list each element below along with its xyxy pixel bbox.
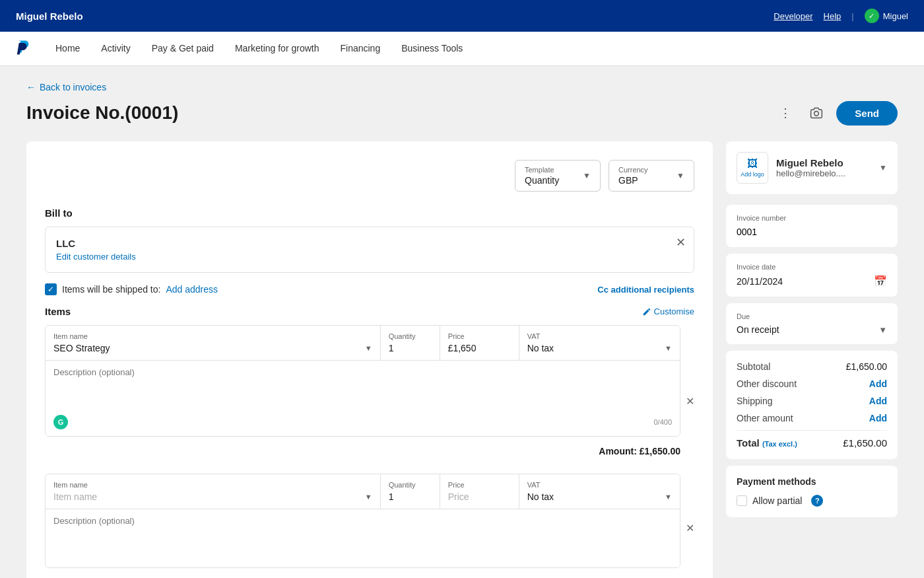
developer-link[interactable]: Developer [774,11,812,21]
item-1-remove-button[interactable]: ✕ [686,325,694,468]
item-1-vat-label: VAT [527,332,672,340]
item-1-qty-field[interactable]: Quantity 1 [381,326,440,360]
customer-name: LLC [56,238,683,249]
shipping-left: ✓ Items will be shipped to: Add address [45,283,218,295]
back-link[interactable]: ← Back to invoices [26,82,898,92]
user-menu[interactable]: ✓ Miguel [865,9,908,23]
item-1-description-area: G 0/400 [46,360,680,436]
bill-to-title: Bill to [45,207,694,219]
profile-dropdown-icon[interactable]: ▼ [879,163,887,172]
customise-button[interactable]: Customise [642,307,694,316]
payment-box: Payment methods Allow partial ? [726,466,898,517]
item-row-1: Item name SEO Strategy ▼ Quantity 1 [45,325,694,468]
template-select[interactable]: Template Quantity ▼ [515,160,601,192]
item-2-price-field[interactable]: Price Price [440,474,519,509]
item-1-price-field[interactable]: Price £1,650 [440,326,519,360]
currency-select[interactable]: Currency GBP ▼ [609,160,694,192]
invoice-number-input[interactable] [737,227,887,237]
item-2-vat-field[interactable]: VAT No tax ▼ [519,474,680,509]
item-1-top-row: Item name SEO Strategy ▼ Quantity 1 [46,326,680,360]
discount-row: Other discount Add [737,379,887,389]
nav-activity[interactable]: Activity [93,34,138,64]
item-1-container: Item name SEO Strategy ▼ Quantity 1 [45,325,680,437]
item-1-description-input[interactable] [53,367,672,410]
user-avatar-icon: ✓ [865,9,879,23]
profile-name: Miguel Rebelo [776,157,871,168]
currency-chevron-icon: ▼ [676,171,684,180]
grammarly-icon: G [53,415,68,429]
image-icon: 🖼 [747,158,758,170]
nav-financing[interactable]: Financing [332,34,388,64]
allow-partial-row: Allow partial ? [737,495,887,507]
item-1-name-field[interactable]: Item name SEO Strategy ▼ [46,326,381,360]
template-value: Quantity [525,175,559,186]
total-value: £1,650.00 [843,437,887,449]
item-row-2-fields: Item name Item name ▼ Quantity 1 [45,474,680,573]
total-row: Total (Tax excl.) £1,650.00 [737,430,887,449]
item-2-qty-label: Quantity [389,481,432,489]
more-options-button[interactable]: ⋮ [774,100,797,126]
template-chevron-icon: ▼ [583,171,591,180]
due-row: On receipt ▼ [737,324,887,335]
main-content: ← Back to invoices Invoice No.(0001) ⋮ S… [0,66,924,578]
allow-partial-info-icon[interactable]: ? [811,495,823,507]
allow-partial-checkbox[interactable] [737,495,747,506]
nav-business-tools[interactable]: Business Tools [393,34,471,64]
item-2-qty-field[interactable]: Quantity 1 [381,474,440,509]
page-title: Invoice No.(0001) [26,102,178,124]
add-address-link[interactable]: Add address [166,284,218,295]
currency-label: Currency [618,166,648,174]
add-logo-button[interactable]: 🖼 Add logo [737,152,768,184]
content-layout: Template Quantity ▼ Currency GBP ▼ Bill … [26,141,898,578]
shipping-add-button[interactable]: Add [869,396,887,406]
subtotal-label: Subtotal [737,361,770,372]
shipping-checkbox[interactable]: ✓ [45,283,57,295]
items-title: Items [45,306,71,317]
shipping-totals-label: Shipping [737,396,773,406]
customise-label: Customise [654,307,694,316]
item-2-vat-chevron: ▼ [665,493,672,501]
total-label: Total (Tax excl.) [737,437,797,449]
remove-customer-button[interactable]: ✕ [676,235,686,250]
help-link[interactable]: Help [824,11,842,21]
other-amount-add-button[interactable]: Add [869,413,887,423]
due-value: On receipt [737,324,779,335]
item-row-2: Item name Item name ▼ Quantity 1 [45,474,694,573]
item-2-top-row: Item name Item name ▼ Quantity 1 [46,474,680,509]
discount-add-button[interactable]: Add [869,379,887,389]
item-2-price-value: Price [448,491,511,502]
item-2-name-field[interactable]: Item name Item name ▼ [46,474,381,509]
edit-customer-link[interactable]: Edit customer details [56,252,683,262]
camera-button[interactable] [805,101,828,125]
calendar-icon[interactable]: 📅 [874,275,887,287]
items-header: Items Customise [45,306,694,317]
cc-recipients-link[interactable]: Cc additional recipients [597,285,694,295]
tax-note: (Tax excl.) [762,440,797,448]
invoice-date-label: Invoice date [737,263,887,271]
back-arrow-icon: ← [26,82,36,92]
invoice-form: Template Quantity ▼ Currency GBP ▼ Bill … [26,141,713,578]
discount-label: Other discount [737,379,797,389]
item-1-qty-label: Quantity [389,332,432,340]
nav-marketing[interactable]: Marketing for growth [227,34,327,64]
item-1-vat-field[interactable]: VAT No tax ▼ [519,326,680,360]
top-bar-username: Miguel Rebelo [16,11,83,22]
item-1-name-chevron: ▼ [365,344,372,352]
due-chevron-icon[interactable]: ▼ [878,325,887,335]
item-2-container: Item name Item name ▼ Quantity 1 [45,474,680,568]
totals-box: Subtotal £1,650.00 Other discount Add Sh… [726,351,898,459]
send-button[interactable]: Send [836,101,898,126]
nav-home[interactable]: Home [48,34,88,64]
invoice-date-field: Invoice date 20/11/2024 📅 [726,254,898,297]
item-2-description-area [46,509,680,567]
item-2-description-input[interactable] [53,516,672,558]
invoice-number-field: Invoice number [726,205,898,247]
item-2-remove-button[interactable]: ✕ [686,474,694,573]
top-bar-divider: | [851,11,853,21]
header-actions: ⋮ Send [774,100,898,126]
add-logo-label: Add logo [741,171,764,178]
item-2-name-value: Item name ▼ [53,491,372,502]
subtotal-value: £1,650.00 [846,361,887,372]
item-2-qty-value: 1 [389,491,432,502]
nav-pay-get-paid[interactable]: Pay & Get paid [144,34,222,64]
